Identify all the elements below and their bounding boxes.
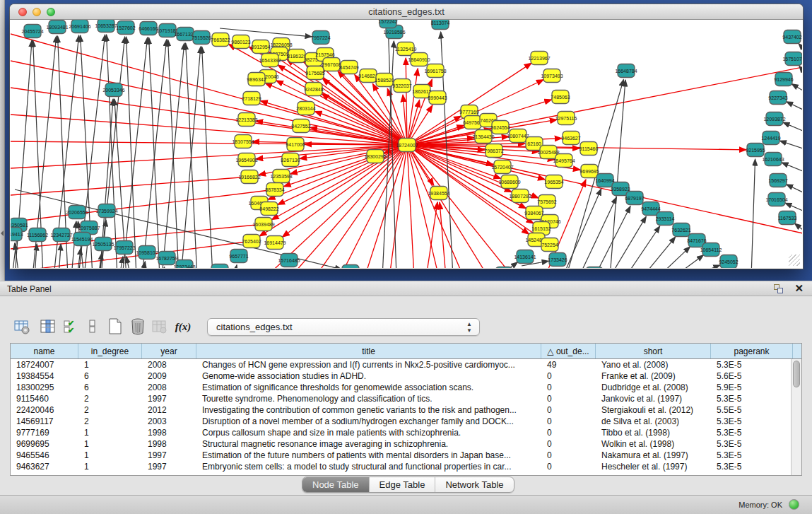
graph-node[interactable]: 18300295 (364, 150, 386, 163)
graph-node[interactable]: 9657771 (229, 250, 248, 263)
graph-node[interactable]: 9699695 (579, 165, 599, 178)
graph-node[interactable]: 12093872 (763, 112, 785, 126)
graph-node[interactable]: 10654112 (700, 243, 722, 257)
graph-node[interactable]: 18093481 (46, 21, 68, 34)
graph-node[interactable]: 12923448 (173, 260, 195, 269)
graph-node[interactable]: 8912954 (251, 40, 270, 54)
graph-node[interactable]: 9119911 (341, 265, 360, 269)
column-header-name[interactable]: name (11, 344, 78, 358)
close-panel-button[interactable]: ✕ (794, 282, 804, 295)
graph-node[interactable]: 9175685 (305, 66, 324, 80)
graph-node[interactable]: 16053809 (583, 267, 605, 269)
graph-node[interactable]: 18107554 (232, 135, 254, 148)
graph-node[interactable]: 20455724 (21, 25, 43, 38)
graph-node[interactable]: 16039489 (252, 218, 274, 231)
graph-node[interactable]: 7632621 (671, 223, 690, 237)
network-canvas[interactable]: 1830029519384554766382298601238912954182… (11, 20, 802, 268)
graph-node[interactable]: 17359924 (95, 204, 117, 218)
graph-node[interactable]: 1084533 (494, 267, 513, 269)
graph-node[interactable]: 20053346 (102, 83, 124, 97)
graph-node[interactable]: 16914479 (264, 236, 286, 250)
column-header-title[interactable]: title (196, 344, 541, 358)
graph-node[interactable]: 9115460 (579, 142, 599, 156)
graph-node[interactable]: 6466160 (139, 22, 158, 35)
table-row[interactable]: 1456911722003Disruption of a novel membe… (11, 416, 801, 427)
column-header-short[interactable]: short (596, 344, 711, 358)
table-options-icon[interactable] (13, 317, 31, 336)
graph-node[interactable]: 3624554 (490, 121, 510, 134)
graph-node[interactable]: 1244419 (761, 132, 780, 145)
show-columns-icon[interactable] (39, 317, 57, 336)
float-panel-button[interactable] (774, 284, 784, 294)
graph-node[interactable]: 17957223 (113, 241, 135, 255)
graph-node[interactable]: 2933114 (656, 212, 675, 226)
graph-node[interactable]: 15720407 (491, 160, 513, 174)
memory-ok-indicator[interactable] (789, 499, 799, 510)
graph-node[interactable]: 8878334 (265, 183, 284, 197)
graph-node[interactable]: 11545194 (71, 233, 93, 246)
graph-node[interactable]: 9498222 (259, 202, 278, 216)
graph-node[interactable]: 1733426 (548, 253, 567, 267)
graph-node[interactable]: 2803144 (296, 102, 315, 115)
graph-node[interactable]: 6879197 (625, 192, 644, 205)
graph-node[interactable]: 3919413 (11, 228, 23, 241)
graph-node[interactable]: 19166822 (238, 170, 260, 184)
graph-node[interactable]: 14136141 (514, 250, 536, 264)
graph-node[interactable]: 1527602 (116, 21, 135, 35)
graph-node[interactable]: 10973493 (541, 69, 563, 83)
graph-node[interactable]: 10653287 (95, 20, 117, 33)
graph-node[interactable]: 7957224 (311, 31, 330, 45)
graph-node[interactable]: 18495764 (553, 154, 575, 168)
graph-node[interactable]: 16961758 (424, 64, 446, 78)
window-titlebar[interactable]: citations_edges.txt (10, 4, 803, 20)
graph-node[interactable]: 9242848 (304, 83, 323, 96)
graph-node[interactable]: 9463627 (561, 132, 580, 145)
graph-node[interactable]: 9860123 (231, 35, 250, 49)
graph-node[interactable]: 12975115 (555, 112, 577, 125)
graph-node[interactable]: 12213967 (528, 52, 550, 65)
graph-node[interactable]: 7986372 (484, 144, 503, 158)
table-row[interactable]: 969969511998Structural magnetic resonanc… (11, 438, 801, 450)
graph-node[interactable]: 7663822 (211, 33, 230, 47)
table-row[interactable]: 911546021997Tourette syndrome. Phenomeno… (11, 393, 801, 404)
graph-node[interactable]: 8113074 (431, 20, 450, 30)
table-row[interactable]: 1872400712008Changes of HCN gene express… (11, 359, 801, 370)
graph-node[interactable]: 9322037 (392, 79, 411, 93)
graph-node[interactable]: 9417006 (286, 138, 305, 151)
delete-table-icon[interactable] (129, 317, 147, 336)
table-selector-dropdown[interactable]: citations_edges.txt ▲▼ (207, 318, 480, 336)
graph-node[interactable]: 20206556 (66, 206, 88, 219)
graph-node[interactable]: 17016504 (765, 193, 787, 206)
tab-edge-table[interactable]: Edge Table (370, 477, 436, 492)
tab-network-table[interactable]: Network Table (435, 477, 513, 492)
graph-node[interactable]: 9215955 (746, 144, 765, 157)
graph-node[interactable]: 1167533 (778, 211, 797, 225)
graph-node[interactable]: 9245052 (719, 255, 738, 269)
graph-node[interactable]: 2967608 (322, 58, 341, 71)
graph-node[interactable]: 20691406 (69, 20, 90, 33)
graph-node[interactable]: 12213383 (235, 113, 257, 127)
table-row[interactable]: 2242004622012Investigating the contribut… (11, 404, 801, 416)
graph-node[interactable]: 16648784 (615, 64, 637, 78)
graph-node[interactable]: 752254 (541, 238, 558, 252)
graph-node[interactable]: 8454749 (339, 61, 358, 74)
graph-node[interactable]: 7625402 (242, 235, 261, 248)
window-resize-grip[interactable] (789, 255, 800, 266)
graph-node[interactable]: 10958107 (136, 246, 158, 259)
column-header-year[interactable]: year (142, 344, 196, 358)
graph-node[interactable]: 10688609 (498, 175, 520, 189)
graph-node[interactable]: 9227343 (768, 91, 787, 105)
collapse-arrow-icon[interactable] (1, 230, 4, 236)
graph-node[interactable]: 1588520 (375, 74, 394, 87)
graph-node[interactable]: 8990443 (428, 91, 447, 105)
hide-columns-icon[interactable] (83, 317, 102, 336)
table-row[interactable]: 946554611997Estimation of the future num… (11, 450, 801, 461)
new-table-icon[interactable] (106, 317, 124, 336)
graph-node[interactable]: 9896342 (247, 73, 266, 86)
graph-node[interactable]: 16210643 (762, 153, 784, 166)
graph-node[interactable]: 12505135 (92, 238, 114, 251)
graph-node[interactable]: 2718129 (242, 92, 261, 105)
graph-node[interactable]: 8267130 (281, 153, 300, 167)
table-row[interactable]: 1830029562008Estimation of significance … (11, 382, 801, 393)
graph-node[interactable]: 12353598 (270, 170, 292, 183)
